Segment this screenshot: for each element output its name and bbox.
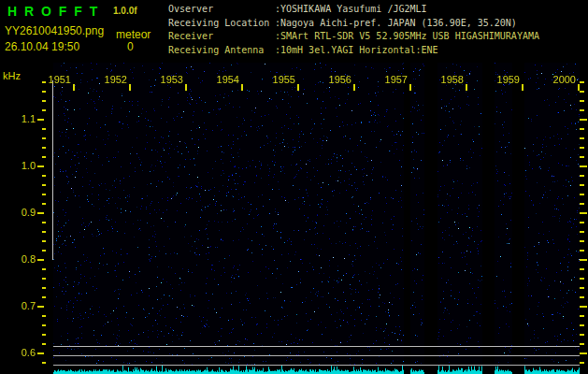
- freq-axis-minor-tick: [42, 128, 46, 130]
- timestamp: 26.10.04 19:50: [5, 40, 79, 53]
- level-reference-line: [53, 346, 580, 347]
- station-info-line: Receiving Location:Nagoya Aichi-pref. JA…: [168, 17, 539, 31]
- freq-axis-line: [52, 80, 53, 260]
- freq-axis-minor-tick: [42, 343, 46, 345]
- freq-axis-minor-tick: [42, 250, 46, 252]
- freq-axis-right-minor-tick: [580, 231, 584, 233]
- freq-axis-right-minor-tick: [580, 109, 584, 111]
- freq-axis-right-minor-tick: [580, 362, 584, 364]
- time-axis-label: 1952: [97, 74, 127, 85]
- freq-axis-label: 1.0: [4, 160, 36, 171]
- freq-axis-right-minor-tick: [580, 343, 584, 345]
- freq-axis-right-minor-tick: [580, 222, 584, 223]
- freq-axis-minor-tick: [42, 147, 46, 149]
- station-info-label: Receiving Location: [168, 17, 275, 31]
- freq-axis-right-minor-tick: [580, 268, 584, 270]
- freq-axis-minor-tick: [42, 184, 46, 186]
- freq-axis-right-major-tick: [580, 259, 587, 261]
- freq-axis-major-tick: [37, 306, 44, 308]
- station-info-value: :10mH 3el.YAGI Horizontal:ENE: [275, 45, 438, 55]
- freq-axis-label: 0.9: [4, 207, 36, 218]
- spectrogram-canvas: [53, 63, 580, 366]
- time-axis-tick: [129, 84, 131, 91]
- freq-axis-minor-tick: [42, 324, 46, 326]
- station-info-block: Ovserver:YOSHIKAWA Yasufumi /JG2MLIRecei…: [168, 3, 539, 58]
- time-axis-label: 1954: [209, 74, 239, 85]
- freq-axis-minor-tick: [42, 362, 46, 364]
- station-info-value: :SMArt RTL-SDR V5 52.905MHz USB HIGASHIM…: [275, 31, 539, 41]
- freq-axis-minor-tick: [42, 109, 46, 111]
- freq-axis-minor-tick: [42, 203, 46, 205]
- freq-axis-unit-label: kHz: [3, 70, 21, 81]
- time-axis-label: 1958: [434, 74, 464, 85]
- freq-axis-minor-tick: [42, 296, 46, 298]
- time-axis-tick: [353, 84, 355, 91]
- freq-axis-right-minor-tick: [580, 91, 584, 93]
- time-axis-label: 1959: [490, 74, 520, 85]
- time-axis-tick: [185, 84, 187, 91]
- freq-axis-right-minor-tick: [580, 296, 584, 298]
- freq-axis-right-major-tick: [580, 212, 587, 214]
- station-info-label: Ovserver: [168, 3, 275, 17]
- time-axis-tick: [466, 84, 467, 91]
- freq-axis-label: 0.8: [4, 253, 36, 265]
- freq-axis-minor-tick: [42, 100, 46, 102]
- station-info-line: Ovserver:YOSHIKAWA Yasufumi /JG2MLI: [168, 3, 539, 17]
- freq-axis-major-tick: [37, 259, 44, 261]
- freq-axis-minor-tick: [42, 175, 46, 177]
- freq-axis-label: 0.7: [4, 300, 36, 311]
- freq-axis-major-tick: [37, 352, 44, 354]
- time-axis-tick: [241, 84, 243, 91]
- app-title: H R O F F T: [7, 4, 99, 19]
- freq-axis-right-minor-tick: [580, 278, 584, 280]
- freq-axis-minor-tick: [42, 278, 46, 280]
- freq-axis-right-minor-tick: [580, 184, 584, 186]
- freq-axis-minor-tick: [42, 91, 46, 93]
- mode-label: meteor: [116, 28, 151, 41]
- freq-axis-right-minor-tick: [580, 203, 584, 205]
- freq-axis-right-minor-tick: [580, 287, 584, 289]
- freq-axis-minor-tick: [42, 222, 46, 223]
- freq-axis-label: 0.6: [4, 347, 36, 358]
- freq-axis-right-minor-tick: [580, 250, 584, 252]
- freq-axis-minor-tick: [42, 240, 46, 242]
- freq-axis-right-major-tick: [580, 352, 587, 354]
- time-axis-tick: [578, 84, 580, 91]
- time-axis-label: 1956: [322, 74, 351, 85]
- freq-axis-minor-tick: [42, 231, 46, 233]
- freq-axis-right-minor-tick: [580, 81, 584, 83]
- freq-axis-right-minor-tick: [580, 315, 584, 317]
- freq-axis-minor-tick: [42, 81, 46, 83]
- meteor-count: 0: [127, 40, 134, 53]
- freq-axis-minor-tick: [42, 287, 46, 289]
- level-reference-line: [53, 355, 580, 356]
- freq-axis-minor-tick: [42, 137, 46, 139]
- time-axis-label: 1951: [41, 74, 71, 85]
- freq-axis-right-minor-tick: [580, 100, 584, 102]
- time-axis-label: 2000: [546, 74, 576, 85]
- freq-axis-right-major-tick: [580, 165, 587, 167]
- freq-axis-right-minor-tick: [580, 334, 584, 336]
- freq-axis-minor-tick: [42, 334, 46, 336]
- freq-axis-major-tick: [37, 119, 44, 121]
- station-info-line: Receiving Antenna:10mH 3el.YAGI Horizont…: [168, 44, 539, 58]
- freq-axis-minor-tick: [42, 156, 46, 158]
- freq-axis-right-minor-tick: [580, 147, 584, 149]
- freq-axis-right-minor-tick: [580, 156, 584, 158]
- time-axis-tick: [297, 84, 299, 91]
- freq-axis-right-major-tick: [580, 306, 587, 308]
- time-axis-tick: [73, 84, 75, 91]
- hrofft-window: H R O F F T 1.0.0f YY2610041950.png mete…: [0, 0, 588, 374]
- freq-axis-right-minor-tick: [580, 128, 584, 130]
- time-axis-label: 1953: [153, 74, 183, 85]
- time-axis-tick: [522, 84, 523, 91]
- time-axis-tick: [409, 84, 411, 91]
- station-info-value: :Nagoya Aichi-pref. JAPAN (136.90E, 35.2…: [275, 18, 517, 28]
- station-info-value: :YOSHIKAWA Yasufumi /JG2MLI: [275, 4, 427, 14]
- output-filename: YY2610041950.png: [5, 24, 104, 37]
- app-version: 1.0.0f: [113, 6, 137, 16]
- station-info-label: Receiving Antenna: [168, 44, 275, 58]
- freq-axis-right-minor-tick: [580, 240, 584, 242]
- freq-axis-minor-tick: [42, 194, 46, 195]
- freq-axis-right-minor-tick: [580, 137, 584, 139]
